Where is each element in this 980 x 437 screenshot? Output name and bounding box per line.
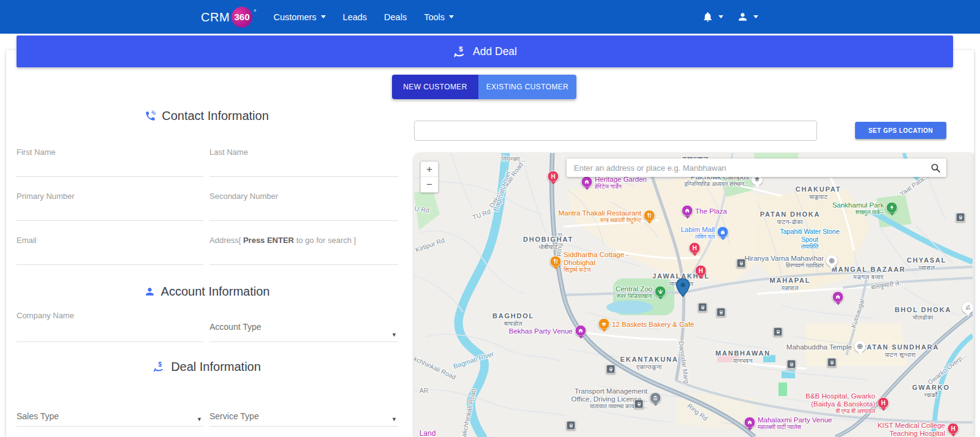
zoom-in-button[interactable]: + (421, 162, 438, 177)
set-gps-location-button[interactable]: SET GPS LOCATION (855, 122, 946, 139)
map-area-label: EKANTAKUNAएकान्तकुना (620, 356, 679, 371)
mall-marker[interactable] (717, 226, 729, 238)
sales-type-select[interactable]: Sales Type ▼ (17, 410, 203, 427)
restaurant-marker[interactable] (550, 256, 562, 267)
bakery-marker[interactable] (598, 318, 610, 330)
secondary-number-label: Secondary Number (209, 190, 398, 201)
search-icon[interactable] (930, 163, 941, 173)
sales-type-label: Sales Type (17, 410, 203, 421)
temple-marker[interactable] (854, 341, 866, 353)
park-marker[interactable] (886, 202, 898, 214)
map-area-label: MANBHAWANमानभवन (715, 349, 771, 365)
map-road-label: Damodar Marg (677, 340, 691, 384)
venue-marker[interactable] (581, 176, 593, 188)
page: CRM 360 ° Customers Leads Deals Tools (0, 0, 980, 437)
bus-stop-icon[interactable] (635, 400, 644, 409)
address-field[interactable]: Address[ Press ENTER to go for search ] (209, 234, 398, 265)
nav-menu: Customers Leads Deals Tools (266, 7, 461, 27)
map-road-label: Kirtipur Rd (415, 236, 446, 253)
map-area-label: DHOBIGHATधोबीघाट (523, 236, 573, 251)
venue-marker[interactable] (832, 291, 844, 303)
tab-new-customer[interactable]: NEW CUSTOMER (392, 75, 478, 99)
map-road-label: Land (420, 429, 436, 437)
account-type-select[interactable]: Account Type ▼ (209, 321, 398, 342)
bus-stop-icon[interactable] (606, 365, 616, 374)
map-place-label: The Plaza (695, 207, 727, 215)
bus-stop-icon[interactable] (787, 360, 796, 369)
svg-text:$: $ (158, 360, 162, 368)
secondary-number-field[interactable]: Secondary Number (209, 190, 398, 221)
zoom-out-button[interactable]: − (421, 177, 438, 192)
nav-item-deals[interactable]: Deals (377, 7, 414, 27)
user-icon (737, 11, 748, 23)
hospital-marker[interactable]: H (548, 171, 559, 182)
brand-logo[interactable]: CRM 360 ° (201, 7, 256, 28)
address-label: Address[ Press ENTER to go for search ] (209, 234, 398, 245)
company-name-label: Company Name (17, 310, 203, 320)
last-name-label: Last Name (209, 146, 398, 157)
last-name-field[interactable]: Last Name (209, 146, 398, 177)
first-name-field[interactable]: First Name (17, 146, 203, 177)
pin-marker[interactable] (676, 278, 690, 300)
contact-section-title: Contact Information (15, 109, 398, 123)
phone-icon (145, 110, 156, 122)
map-road-label: Dakchhinkali Road (414, 351, 457, 381)
hospital-marker[interactable]: H (948, 423, 959, 435)
venue-marker[interactable] (575, 325, 587, 337)
notifications-button[interactable] (698, 9, 727, 25)
map-place-label: 12 Baskets Bakery & Café (612, 321, 694, 329)
bus-stop-icon[interactable] (737, 259, 746, 268)
map-place-label: Heritage Gardenहेरिटेज गार्डेन (595, 176, 647, 190)
bell-icon (702, 11, 714, 23)
gov-marker[interactable] (650, 392, 662, 404)
bus-stop-icon[interactable] (774, 327, 783, 337)
bus-stop-icon[interactable] (827, 358, 837, 367)
chevron-down-icon (753, 15, 758, 18)
map-road-label: Ring Rd (686, 402, 709, 422)
primary-number-field[interactable]: Primary Number (17, 190, 203, 221)
map-road-label: Kutisaugal (850, 298, 866, 329)
bus-stop-icon[interactable] (717, 308, 726, 317)
map-area-label: PATAN DHOKAपाटन-ढोका (760, 211, 821, 226)
hospital-marker[interactable]: H (695, 265, 707, 277)
bus-stop-icon[interactable] (567, 421, 576, 430)
map-overlay: HHeritage Gardenहेरिटेज गार्डेनMantra Th… (414, 153, 973, 437)
add-deal-banner: $ Add Deal (17, 35, 953, 67)
address-input[interactable] (414, 121, 817, 141)
nav-item-leads[interactable]: Leads (336, 7, 375, 27)
map-place-label: Bekhas Party Venue (509, 327, 573, 335)
service-type-select[interactable]: Service Type ▼ (209, 410, 398, 427)
map-area-label: GWARKOग्वार्को (912, 384, 950, 399)
primary-number-label: Primary Number (17, 190, 203, 201)
map-place-label: Sankhamul Parkशखमुल पार्क– (832, 201, 884, 216)
map-search-input[interactable] (567, 163, 930, 173)
map-area-label: BAGHDOLबाघडोल (492, 312, 534, 327)
map-area-label: PATAN SUNDHARAपाटन सुन्धारा (862, 343, 940, 359)
restaurant-marker[interactable] (644, 210, 655, 222)
account-button[interactable] (733, 9, 762, 25)
map[interactable]: HHeritage Gardenहेरिटेज गार्डेनMantra Th… (414, 153, 973, 437)
map-area-label: BHOL DHOKAभोलढोका (895, 306, 951, 321)
banner-title: Add Deal (473, 45, 517, 58)
bus-stop-icon[interactable] (698, 303, 707, 312)
hospital-marker[interactable]: H (689, 242, 701, 254)
hospital-marker[interactable]: H (878, 397, 889, 409)
email-field[interactable]: Email (17, 234, 203, 265)
nav-item-tools[interactable]: Tools (417, 7, 461, 27)
map-road-label: Dakchhinkali Road (459, 388, 477, 437)
tab-existing-customer[interactable]: EXISTING CUSTOMER (478, 75, 576, 99)
hand-dollar-icon: $ (453, 45, 467, 59)
zoo-marker[interactable] (655, 286, 666, 297)
venue-marker[interactable] (682, 205, 693, 217)
map-area-label: CHAKUPATचाकुपाट (796, 185, 842, 201)
venue-marker[interactable] (744, 417, 756, 428)
om-marker[interactable]: ॐ (962, 302, 973, 314)
bus-stop-icon[interactable] (956, 213, 965, 222)
map-road-label: बालकुमारी ले.. (870, 279, 903, 291)
nav-item-customers[interactable]: Customers (266, 7, 333, 27)
map-place-label: Siddhartha Cottage - Dhobighatसिद्धार्थ … (564, 251, 649, 274)
company-name-field[interactable]: Company Name (17, 310, 203, 342)
chevron-down-icon (718, 15, 723, 18)
map-road-label: TU Rd (472, 207, 492, 221)
temple-marker[interactable] (826, 255, 838, 267)
